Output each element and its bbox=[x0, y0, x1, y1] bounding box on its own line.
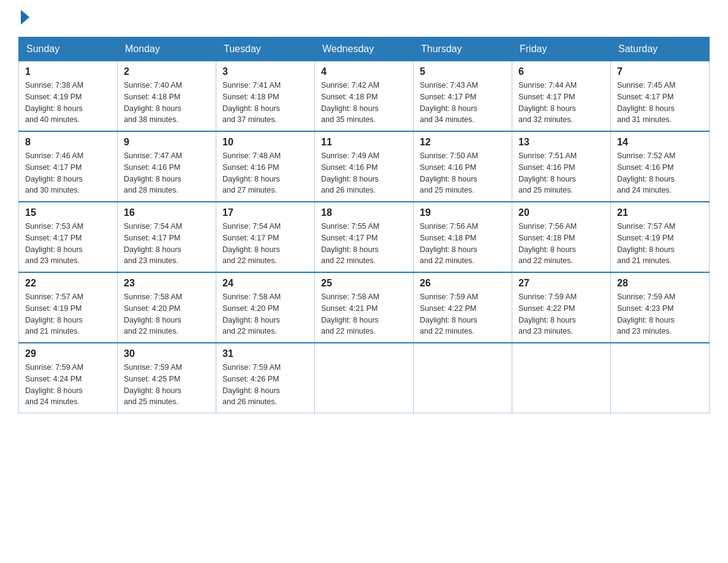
calendar-cell: 16 Sunrise: 7:54 AMSunset: 4:17 PMDaylig… bbox=[118, 202, 216, 272]
calendar-cell: 10 Sunrise: 7:48 AMSunset: 4:16 PMDaylig… bbox=[216, 131, 315, 202]
calendar-cell: 23 Sunrise: 7:58 AMSunset: 4:20 PMDaylig… bbox=[118, 272, 216, 343]
day-number: 13 bbox=[518, 137, 604, 148]
day-info: Sunrise: 7:41 AMSunset: 4:18 PMDaylight:… bbox=[222, 80, 308, 126]
calendar-cell: 1 Sunrise: 7:38 AMSunset: 4:19 PMDayligh… bbox=[19, 61, 118, 132]
day-number: 6 bbox=[518, 66, 604, 77]
day-info: Sunrise: 7:59 AMSunset: 4:23 PMDaylight:… bbox=[617, 291, 703, 337]
day-number: 29 bbox=[25, 348, 111, 359]
calendar-cell: 12 Sunrise: 7:50 AMSunset: 4:16 PMDaylig… bbox=[414, 131, 512, 202]
calendar-header-row: SundayMondayTuesdayWednesdayThursdayFrid… bbox=[19, 37, 710, 61]
day-number: 31 bbox=[222, 348, 308, 359]
day-number: 23 bbox=[124, 278, 210, 289]
calendar-cell: 11 Sunrise: 7:49 AMSunset: 4:16 PMDaylig… bbox=[315, 131, 414, 202]
day-info: Sunrise: 7:45 AMSunset: 4:17 PMDaylight:… bbox=[617, 80, 703, 126]
day-number: 11 bbox=[321, 137, 407, 148]
calendar-week-row: 8 Sunrise: 7:46 AMSunset: 4:17 PMDayligh… bbox=[19, 131, 710, 202]
calendar-cell: 14 Sunrise: 7:52 AMSunset: 4:16 PMDaylig… bbox=[611, 131, 710, 202]
day-info: Sunrise: 7:50 AMSunset: 4:16 PMDaylight:… bbox=[420, 150, 506, 196]
calendar-cell bbox=[315, 343, 414, 413]
day-number: 25 bbox=[321, 278, 407, 289]
day-number: 26 bbox=[420, 278, 506, 289]
calendar-cell: 30 Sunrise: 7:59 AMSunset: 4:25 PMDaylig… bbox=[118, 343, 216, 413]
day-number: 15 bbox=[25, 207, 111, 218]
day-info: Sunrise: 7:43 AMSunset: 4:17 PMDaylight:… bbox=[420, 80, 506, 126]
day-info: Sunrise: 7:52 AMSunset: 4:16 PMDaylight:… bbox=[617, 150, 703, 196]
calendar-cell: 13 Sunrise: 7:51 AMSunset: 4:16 PMDaylig… bbox=[512, 131, 611, 202]
day-info: Sunrise: 7:58 AMSunset: 4:21 PMDaylight:… bbox=[321, 291, 407, 337]
logo-arrow-icon bbox=[21, 10, 29, 25]
calendar-cell: 24 Sunrise: 7:58 AMSunset: 4:20 PMDaylig… bbox=[216, 272, 315, 343]
calendar-cell: 5 Sunrise: 7:43 AMSunset: 4:17 PMDayligh… bbox=[414, 61, 512, 132]
day-info: Sunrise: 7:44 AMSunset: 4:17 PMDaylight:… bbox=[518, 80, 604, 126]
day-info: Sunrise: 7:48 AMSunset: 4:16 PMDaylight:… bbox=[222, 150, 308, 196]
day-number: 3 bbox=[222, 66, 308, 77]
day-of-week-wednesday: Wednesday bbox=[315, 37, 414, 61]
day-number: 22 bbox=[25, 278, 111, 289]
page-header bbox=[18, 12, 710, 25]
day-of-week-friday: Friday bbox=[512, 37, 611, 61]
calendar-week-row: 15 Sunrise: 7:53 AMSunset: 4:17 PMDaylig… bbox=[19, 202, 710, 272]
day-info: Sunrise: 7:59 AMSunset: 4:22 PMDaylight:… bbox=[518, 291, 604, 337]
day-info: Sunrise: 7:59 AMSunset: 4:24 PMDaylight:… bbox=[25, 362, 111, 408]
day-number: 30 bbox=[124, 348, 210, 359]
calendar-table: SundayMondayTuesdayWednesdayThursdayFrid… bbox=[18, 37, 710, 413]
day-info: Sunrise: 7:59 AMSunset: 4:22 PMDaylight:… bbox=[420, 291, 506, 337]
calendar-cell: 22 Sunrise: 7:57 AMSunset: 4:19 PMDaylig… bbox=[19, 272, 118, 343]
day-info: Sunrise: 7:46 AMSunset: 4:17 PMDaylight:… bbox=[25, 150, 111, 196]
calendar-cell: 3 Sunrise: 7:41 AMSunset: 4:18 PMDayligh… bbox=[216, 61, 315, 132]
calendar-cell: 26 Sunrise: 7:59 AMSunset: 4:22 PMDaylig… bbox=[414, 272, 512, 343]
day-of-week-tuesday: Tuesday bbox=[216, 37, 315, 61]
day-info: Sunrise: 7:55 AMSunset: 4:17 PMDaylight:… bbox=[321, 221, 407, 267]
day-number: 1 bbox=[25, 66, 111, 77]
day-number: 9 bbox=[124, 137, 210, 148]
day-info: Sunrise: 7:49 AMSunset: 4:16 PMDaylight:… bbox=[321, 150, 407, 196]
day-number: 14 bbox=[617, 137, 703, 148]
day-info: Sunrise: 7:58 AMSunset: 4:20 PMDaylight:… bbox=[124, 291, 210, 337]
day-info: Sunrise: 7:47 AMSunset: 4:16 PMDaylight:… bbox=[124, 150, 210, 196]
calendar-cell bbox=[414, 343, 512, 413]
day-info: Sunrise: 7:57 AMSunset: 4:19 PMDaylight:… bbox=[25, 291, 111, 337]
day-info: Sunrise: 7:58 AMSunset: 4:20 PMDaylight:… bbox=[222, 291, 308, 337]
day-number: 18 bbox=[321, 207, 407, 218]
day-number: 28 bbox=[617, 278, 703, 289]
calendar-cell: 9 Sunrise: 7:47 AMSunset: 4:16 PMDayligh… bbox=[118, 131, 216, 202]
calendar-cell: 18 Sunrise: 7:55 AMSunset: 4:17 PMDaylig… bbox=[315, 202, 414, 272]
day-of-week-thursday: Thursday bbox=[414, 37, 512, 61]
calendar-week-row: 22 Sunrise: 7:57 AMSunset: 4:19 PMDaylig… bbox=[19, 272, 710, 343]
calendar-week-row: 29 Sunrise: 7:59 AMSunset: 4:24 PMDaylig… bbox=[19, 343, 710, 413]
calendar-cell: 25 Sunrise: 7:58 AMSunset: 4:21 PMDaylig… bbox=[315, 272, 414, 343]
day-of-week-sunday: Sunday bbox=[19, 37, 118, 61]
calendar-cell bbox=[512, 343, 611, 413]
day-info: Sunrise: 7:59 AMSunset: 4:25 PMDaylight:… bbox=[124, 362, 210, 408]
calendar-cell: 8 Sunrise: 7:46 AMSunset: 4:17 PMDayligh… bbox=[19, 131, 118, 202]
day-of-week-monday: Monday bbox=[118, 37, 216, 61]
day-info: Sunrise: 7:38 AMSunset: 4:19 PMDaylight:… bbox=[25, 80, 111, 126]
calendar-week-row: 1 Sunrise: 7:38 AMSunset: 4:19 PMDayligh… bbox=[19, 61, 710, 132]
day-info: Sunrise: 7:54 AMSunset: 4:17 PMDaylight:… bbox=[222, 221, 308, 267]
calendar-cell: 31 Sunrise: 7:59 AMSunset: 4:26 PMDaylig… bbox=[216, 343, 315, 413]
calendar-cell: 29 Sunrise: 7:59 AMSunset: 4:24 PMDaylig… bbox=[19, 343, 118, 413]
calendar-cell: 28 Sunrise: 7:59 AMSunset: 4:23 PMDaylig… bbox=[611, 272, 710, 343]
calendar-cell: 4 Sunrise: 7:42 AMSunset: 4:18 PMDayligh… bbox=[315, 61, 414, 132]
day-info: Sunrise: 7:42 AMSunset: 4:18 PMDaylight:… bbox=[321, 80, 407, 126]
calendar-cell: 27 Sunrise: 7:59 AMSunset: 4:22 PMDaylig… bbox=[512, 272, 611, 343]
day-info: Sunrise: 7:56 AMSunset: 4:18 PMDaylight:… bbox=[420, 221, 506, 267]
day-number: 17 bbox=[222, 207, 308, 218]
calendar-cell: 2 Sunrise: 7:40 AMSunset: 4:18 PMDayligh… bbox=[118, 61, 216, 132]
day-number: 2 bbox=[124, 66, 210, 77]
day-number: 27 bbox=[518, 278, 604, 289]
day-info: Sunrise: 7:54 AMSunset: 4:17 PMDaylight:… bbox=[124, 221, 210, 267]
calendar-cell: 6 Sunrise: 7:44 AMSunset: 4:17 PMDayligh… bbox=[512, 61, 611, 132]
day-number: 12 bbox=[420, 137, 506, 148]
day-number: 10 bbox=[222, 137, 308, 148]
calendar-cell: 15 Sunrise: 7:53 AMSunset: 4:17 PMDaylig… bbox=[19, 202, 118, 272]
calendar-cell: 7 Sunrise: 7:45 AMSunset: 4:17 PMDayligh… bbox=[611, 61, 710, 132]
day-number: 8 bbox=[25, 137, 111, 148]
day-info: Sunrise: 7:53 AMSunset: 4:17 PMDaylight:… bbox=[25, 221, 111, 267]
day-number: 5 bbox=[420, 66, 506, 77]
calendar-cell: 21 Sunrise: 7:57 AMSunset: 4:19 PMDaylig… bbox=[611, 202, 710, 272]
calendar-cell: 19 Sunrise: 7:56 AMSunset: 4:18 PMDaylig… bbox=[414, 202, 512, 272]
day-of-week-saturday: Saturday bbox=[611, 37, 710, 61]
day-number: 21 bbox=[617, 207, 703, 218]
day-info: Sunrise: 7:40 AMSunset: 4:18 PMDaylight:… bbox=[124, 80, 210, 126]
